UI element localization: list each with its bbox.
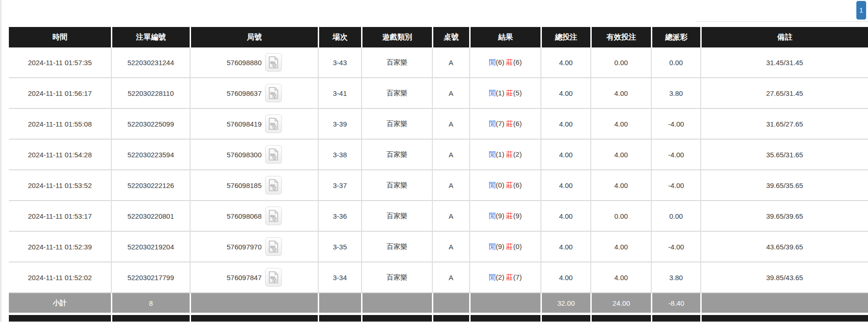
session-cell: 3-34 xyxy=(318,262,361,293)
video-replay-icon xyxy=(268,87,279,100)
total-bet-cell: 4.00 xyxy=(540,78,590,109)
round-number: 576097970 xyxy=(226,243,261,251)
remark-cell: 39.85/43.65 xyxy=(700,262,868,293)
table-no-cell: A xyxy=(432,262,469,293)
video-replay-icon xyxy=(268,56,279,69)
remark-cell: 39.65/35.65 xyxy=(700,170,868,201)
table-row: 2024-11-11 01:52:39 522030219204 5760979… xyxy=(9,232,868,262)
video-replay-button[interactable] xyxy=(265,145,282,164)
total-bet-cell: 4.00 xyxy=(540,232,590,262)
video-replay-icon xyxy=(268,209,279,222)
valid-bet-cell: 4.00 xyxy=(590,262,651,293)
round-cell: 576098419 xyxy=(190,109,318,140)
time-cell: 2024-11-11 01:53:17 xyxy=(9,201,111,232)
total-bet-cell: 4.00 xyxy=(540,170,590,201)
bet-id-cell: 522030223594 xyxy=(111,140,190,170)
video-replay-button[interactable] xyxy=(265,207,282,225)
subtotal-round-cell xyxy=(190,293,318,315)
banker-result-label: 莊 xyxy=(506,273,513,281)
game-type-cell: 百家樂 xyxy=(361,47,432,78)
video-replay-icon xyxy=(268,148,279,161)
round-cell: 576098300 xyxy=(190,140,318,170)
table-no-cell: A xyxy=(432,109,469,140)
banker-result-value: (6) xyxy=(513,181,522,189)
round-number: 576098300 xyxy=(226,151,261,159)
subtotal-result-cell xyxy=(469,293,540,315)
bet-id-cell: 522030217799 xyxy=(111,262,190,293)
session-cell: 3-38 xyxy=(318,140,361,170)
banker-result-value: (6) xyxy=(513,58,522,66)
game-type-cell: 百家樂 xyxy=(361,140,432,170)
session-cell: 3-37 xyxy=(318,170,361,201)
video-replay-button[interactable] xyxy=(265,53,282,72)
col-header-total-payout: 總派彩 xyxy=(651,27,700,47)
player-result-label: 閒 xyxy=(489,150,496,158)
page-left-edge xyxy=(0,0,1,322)
game-type-cell: 百家樂 xyxy=(361,201,432,232)
time-cell: 2024-11-11 01:53:52 xyxy=(9,170,111,201)
session-cell: 3-36 xyxy=(318,201,361,232)
subtotal-game-cell xyxy=(361,293,432,315)
col-header-round: 局號 xyxy=(190,27,318,47)
result-cell: 閒(9) 莊(0) xyxy=(469,232,540,262)
game-type-cell: 百家樂 xyxy=(361,170,432,201)
banker-result-label: 莊 xyxy=(506,212,513,220)
result-cell: 閒(2) 莊(7) xyxy=(469,262,540,293)
table-row: 2024-11-11 01:57:35 522030231244 5760988… xyxy=(9,47,868,78)
valid-bet-cell: 0.00 xyxy=(590,201,651,232)
remark-cell: 27.65/31.45 xyxy=(700,78,868,109)
player-result-label: 閒 xyxy=(489,181,496,189)
round-number: 576098637 xyxy=(226,89,261,97)
result-cell: 閒(1) 莊(2) xyxy=(469,140,540,170)
subtotal-remark-cell xyxy=(700,293,868,315)
bet-id-cell: 522030228110 xyxy=(111,78,190,109)
total-payout-cell: -4.00 xyxy=(651,140,700,170)
remark-cell: 39.65/39.65 xyxy=(700,201,868,232)
video-replay-button[interactable] xyxy=(265,176,282,195)
col-header-total-bet: 總投注 xyxy=(540,27,590,47)
valid-bet-cell: 4.00 xyxy=(590,232,651,262)
time-cell: 2024-11-11 01:52:02 xyxy=(9,262,111,293)
player-result-value: (1) xyxy=(496,150,504,158)
bet-records-table: 時間 注單編號 局號 場次 遊戲類別 桌號 結果 總投注 有效投注 總派彩 備註… xyxy=(9,27,868,322)
valid-bet-cell: 4.00 xyxy=(590,140,651,170)
round-cell: 576098880 xyxy=(190,47,318,78)
banker-result-value: (2) xyxy=(513,150,522,158)
subtotal-count-cell: 8 xyxy=(111,293,190,315)
banker-result-label: 莊 xyxy=(506,150,513,158)
table-no-cell: A xyxy=(432,140,469,170)
subtotal-table-cell xyxy=(432,293,469,315)
bet-id-cell: 522030219204 xyxy=(111,232,190,262)
video-replay-icon xyxy=(268,117,279,130)
banker-result-value: (5) xyxy=(513,89,522,97)
video-replay-button[interactable] xyxy=(265,84,282,102)
video-replay-button[interactable] xyxy=(265,268,282,287)
total-bet-cell: 4.00 xyxy=(540,109,590,140)
subtotal-valid-bet-cell: 24.00 xyxy=(590,293,651,315)
video-replay-button[interactable] xyxy=(265,114,282,133)
result-cell: 閒(7) 莊(6) xyxy=(469,109,540,140)
banker-result-label: 莊 xyxy=(506,120,513,127)
subtotal-payout-cell: -8.40 xyxy=(651,293,700,315)
player-result-label: 閒 xyxy=(489,212,496,220)
banker-result-label: 莊 xyxy=(506,58,513,66)
col-header-remark: 備註 xyxy=(700,27,868,47)
remark-cell: 35.65/31.65 xyxy=(700,140,868,170)
page-button-1[interactable]: 1 xyxy=(856,1,866,20)
player-result-label: 閒 xyxy=(489,120,496,127)
total-bet-cell: 4.00 xyxy=(540,262,590,293)
total-payout-cell: -4.00 xyxy=(651,170,700,201)
player-result-label: 閒 xyxy=(489,89,496,97)
time-cell: 2024-11-11 01:52:39 xyxy=(9,232,111,262)
round-number: 576098419 xyxy=(226,120,261,128)
remark-cell: 31.45/31.45 xyxy=(700,47,868,78)
valid-bet-cell: 4.00 xyxy=(590,78,651,109)
total-payout-cell: -4.00 xyxy=(651,232,700,262)
round-cell: 576098637 xyxy=(190,78,318,109)
bet-id-cell: 522030220801 xyxy=(111,201,190,232)
banker-result-value: (6) xyxy=(513,120,522,127)
round-cell: 576098068 xyxy=(190,201,318,232)
subtotal-total-bet-cell: 32.00 xyxy=(540,293,590,315)
video-replay-button[interactable] xyxy=(265,237,282,256)
round-cell: 576098185 xyxy=(190,170,318,201)
